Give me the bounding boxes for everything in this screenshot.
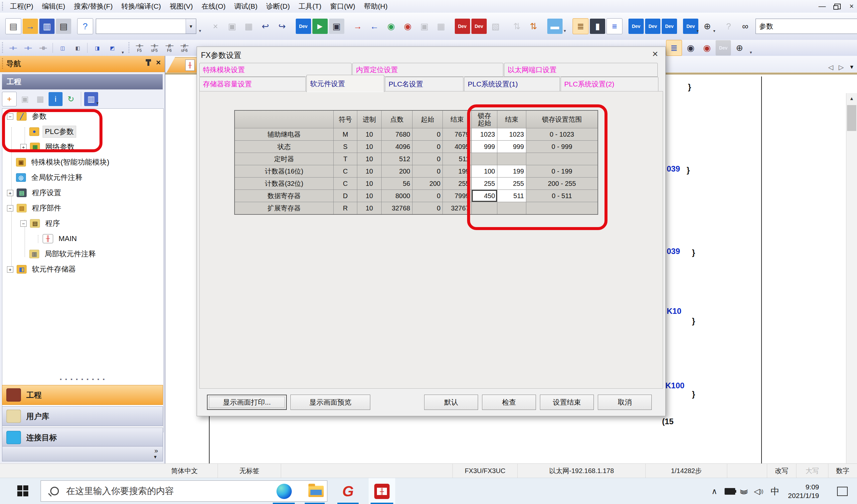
tree-label[interactable]: 全局软元件注释 (29, 172, 84, 183)
tree-item-程序[interactable]: −▤程序 (2, 216, 163, 231)
dialog-title-bar[interactable]: FX参数设置 × (197, 47, 666, 62)
tree-item-MAIN[interactable]: ╫MAIN (2, 231, 163, 246)
tree-label[interactable]: MAIN (56, 234, 79, 244)
device-find-red-icon[interactable]: ◉ (400, 19, 416, 34)
tree-expander-icon[interactable]: − (7, 205, 13, 211)
tab-存储器容量设置[interactable]: 存储器容量设置 (199, 77, 306, 91)
menu-item-10[interactable]: 帮助(H) (360, 0, 392, 12)
tree-item-特殊模块(智能功能模块)[interactable]: ▣特殊模块(智能功能模块) (2, 155, 163, 170)
dialog-close-icon[interactable]: × (652, 49, 658, 59)
button-显示画面打印...[interactable]: 显示画面打印... (207, 395, 287, 410)
menu-item-0[interactable]: 工程(P) (6, 0, 38, 12)
monitor-start-icon[interactable]: ► (313, 19, 328, 34)
panel-grip[interactable] (2, 58, 3, 69)
toolbar-grip[interactable] (129, 42, 130, 53)
tree-label[interactable]: 程序部件 (30, 203, 63, 214)
menu-item-3[interactable]: 转换/编译(C) (117, 0, 165, 12)
button-取消[interactable]: 取消 (598, 395, 652, 410)
tab-以太网端口设置[interactable]: 以太网端口设置 (504, 63, 658, 77)
ime-indicator[interactable]: 中 (771, 485, 780, 497)
action-center-icon[interactable] (837, 487, 848, 496)
device-write-monitor-icon[interactable]: Dev (296, 19, 311, 34)
module-configuration-icon[interactable]: ▮ (590, 19, 605, 34)
statement-display-icon[interactable]: Dev (645, 19, 660, 34)
find-result-icon[interactable]: ◉ (683, 40, 698, 55)
tree-item-程序设置[interactable]: +▤程序设置 (2, 185, 163, 201)
ladder-zoom-in-icon[interactable]: ◨ (90, 41, 104, 54)
write-to-plc-icon[interactable]: → (350, 19, 366, 34)
open-branch-icon[interactable]: ⊣⊢sF5 (147, 41, 161, 54)
tree-label[interactable]: 特殊模块(智能功能模块) (29, 157, 112, 168)
data-property-icon[interactable]: i (49, 92, 63, 106)
tab-list-icon[interactable]: ▼ (849, 64, 854, 70)
undo-icon[interactable]: ↩ (258, 19, 273, 34)
print-icon[interactable]: ▤ (56, 19, 71, 34)
ladder-monitor-icon[interactable]: ⊣⊢ (6, 41, 20, 54)
taskbar-gxworks2-icon[interactable]: ╫ (373, 483, 390, 500)
button-显示画面预览[interactable]: 显示画面预览 (290, 395, 370, 410)
more-views-icon[interactable]: ▼ (153, 454, 157, 459)
sidebar-view-连接目标[interactable]: 连接目标 (2, 428, 163, 448)
ladder-monitor2-icon[interactable]: ⊣⊢ (21, 41, 35, 54)
tree-label[interactable]: 软元件存储器 (30, 264, 78, 275)
ladder-window-tab[interactable]: ╫ (166, 57, 198, 73)
tab-软元件设置[interactable]: 软元件设置 (306, 75, 384, 92)
read-from-plc-icon[interactable]: ← (367, 19, 382, 34)
device-find-green-icon[interactable]: ◉ (384, 19, 399, 34)
device-display-mode-icon[interactable]: Dev▾ (683, 19, 698, 34)
find-mode-icon[interactable]: ⊕▾ (700, 19, 715, 34)
close-icon[interactable]: × (850, 3, 854, 10)
vertical-scrollbar[interactable]: ▲ ▼ (846, 93, 857, 482)
button-默认[interactable]: 默认 (424, 395, 478, 410)
project-view-icon[interactable]: ≣ (573, 18, 589, 34)
work-window-icon[interactable]: ≡ (606, 18, 622, 34)
refresh-icon[interactable]: ↻ (64, 92, 78, 106)
scroll-thumb[interactable] (847, 105, 856, 131)
device-batch-monitor2-icon[interactable]: Dev (471, 19, 487, 34)
button-检查[interactable]: 检查 (482, 395, 536, 410)
panel-close-icon[interactable]: × (156, 59, 161, 66)
error-jump-icon[interactable]: ◉ (699, 40, 715, 55)
menu-item-9[interactable]: 窗口(W) (326, 0, 360, 12)
ladder-zoom-out-icon[interactable]: ◩ (105, 41, 119, 54)
toolbar-overflow-icon[interactable]: ▾ (120, 40, 125, 56)
tree-label[interactable]: 程序设置 (30, 187, 63, 198)
start-button[interactable] (17, 485, 29, 497)
close-contact-icon[interactable]: ⊣∕⊢F6 (162, 41, 176, 54)
sidebar-view-用户库[interactable]: 用户库 (2, 406, 163, 426)
tree-label[interactable]: 程序 (43, 218, 62, 229)
comment-edit-icon[interactable]: ≣ (666, 40, 682, 56)
chevron-down-icon[interactable]: ▼ (186, 19, 196, 34)
tray-chevron-icon[interactable]: ∧ (711, 487, 718, 496)
help-icon[interactable]: ? (77, 18, 93, 34)
tab-PLC系统设置(2)[interactable]: PLC系统设置(2) (560, 77, 658, 91)
quick-find-combo[interactable]: ▼ (96, 19, 196, 34)
ladder-read-icon[interactable]: ◫ (55, 41, 69, 54)
restore-icon[interactable] (834, 4, 841, 9)
find-target-combo[interactable]: 参数▼ (756, 19, 857, 34)
tree-expander-icon[interactable]: + (7, 190, 13, 196)
menu-item-7[interactable]: 诊断(D) (262, 0, 294, 12)
expand-chevron-icon[interactable]: » (154, 447, 158, 454)
ladder-edit-icon[interactable]: ⊣⊩ (36, 41, 50, 54)
menu-item-5[interactable]: 在线(O) (197, 0, 230, 12)
tree-expander-icon[interactable]: + (7, 266, 13, 273)
toolbar-grip[interactable] (2, 42, 3, 53)
menu-item-4[interactable]: 视图(V) (165, 0, 197, 12)
zoom-icon[interactable]: ⊕ (732, 40, 747, 55)
device-batch-monitor-icon[interactable]: Dev (455, 19, 470, 34)
device-comment-display-icon[interactable]: Dev (628, 19, 644, 34)
monitor-watch-icon[interactable]: ▣ (329, 19, 344, 34)
find-binoculars-icon[interactable]: ∞ (738, 19, 753, 34)
open-project-icon[interactable]: → (23, 19, 38, 34)
taskbar-gx-installer-icon[interactable]: G (339, 483, 357, 500)
taskbar-edge-icon[interactable] (275, 483, 293, 500)
battery-icon[interactable] (725, 488, 735, 495)
tree-item-局部软元件注释[interactable]: ▥局部软元件注释 (2, 246, 163, 262)
taskbar-explorer-icon[interactable] (307, 483, 325, 500)
toolbar-overflow-icon[interactable]: ▾ (564, 18, 566, 35)
new-project-icon[interactable]: ▤ (5, 18, 21, 34)
tab-PLC系统设置(1)[interactable]: PLC系统设置(1) (464, 77, 560, 91)
wifi-icon[interactable]: ))) (740, 489, 749, 493)
new-data-icon[interactable]: + (2, 92, 17, 106)
